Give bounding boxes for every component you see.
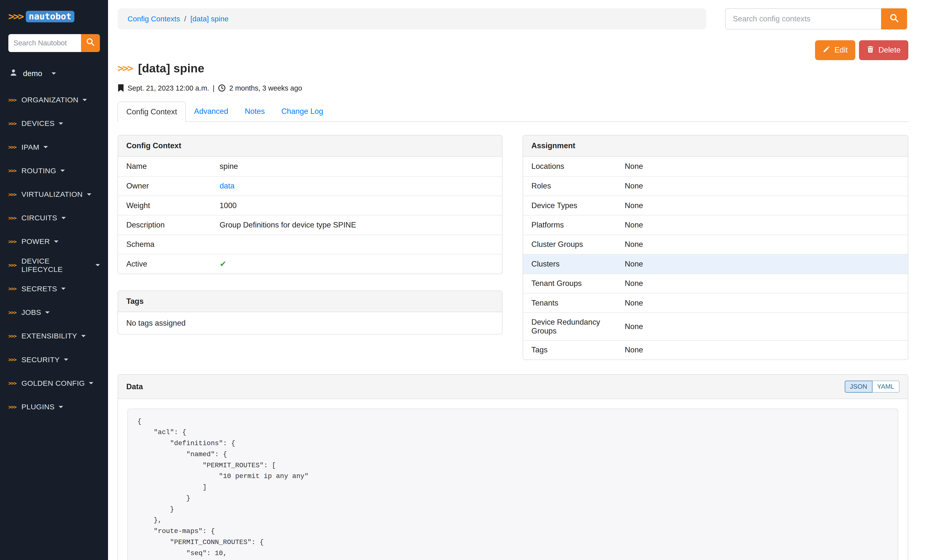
sidebar-item-virtualization[interactable]: >>>VIRTUALIZATION	[0, 183, 108, 206]
format-yaml-button[interactable]: YAML	[873, 380, 900, 392]
chevrons-icon: >>>	[8, 97, 16, 103]
table-row-tenant-groups: Tenant GroupsNone	[523, 274, 908, 293]
row-value: None	[625, 201, 899, 210]
sidebar-item-organization[interactable]: >>>ORGANIZATION	[0, 88, 108, 112]
table-row-clusters: ClustersNone	[523, 254, 908, 273]
app-window: >>> nautobot demo >>>ORGANIZATION >>>DEV…	[0, 0, 926, 560]
row-value: spine	[219, 162, 494, 171]
breadcrumb-link-current[interactable]: [data] spine	[191, 15, 228, 23]
row-label: Name	[126, 162, 219, 171]
sidebar-item-label: EXTENSIBILITY	[21, 332, 77, 340]
sidebar-item-label: ROUTING	[21, 167, 56, 175]
table-row-platforms: PlatformsNone	[523, 215, 908, 234]
user-menu[interactable]: demo	[0, 68, 108, 79]
object-meta: Sept. 21, 2023 12:00 a.m. | 2 months, 3 …	[118, 84, 908, 92]
tab-advanced[interactable]: Advanced	[186, 101, 236, 121]
sidebar-item-extensibility[interactable]: >>>EXTENSIBILITY	[0, 324, 108, 348]
row-label: Weight	[126, 201, 219, 210]
chevron-down-icon	[61, 217, 66, 219]
sidebar-item-label: IPAM	[21, 143, 39, 151]
sidebar-search-button[interactable]	[81, 34, 100, 52]
sidebar-item-label: VIRTUALIZATION	[21, 190, 83, 199]
sidebar-item-circuits[interactable]: >>>CIRCUITS	[0, 206, 108, 230]
chevron-down-icon	[44, 146, 48, 148]
sidebar-item-power[interactable]: >>>POWER	[0, 230, 108, 253]
panel-title: Config Context	[126, 141, 181, 150]
search-icon	[86, 38, 95, 48]
trash-icon	[867, 45, 874, 55]
row-value: 1000	[219, 201, 494, 210]
config-context-panel: Config Context Name spine Owner data Wei…	[118, 135, 502, 274]
tab-notes[interactable]: Notes	[236, 101, 273, 121]
breadcrumb-separator: /	[184, 15, 186, 23]
object-search-input[interactable]	[725, 8, 881, 30]
object-search-button[interactable]	[881, 8, 907, 30]
sidebar-item-label: PLUGINS	[21, 403, 54, 411]
tags-panel: Tags No tags assigned	[118, 291, 502, 335]
table-row-cluster-groups: Cluster GroupsNone	[523, 235, 908, 254]
row-value: None	[625, 299, 899, 308]
chevron-down-icon	[82, 99, 87, 101]
chevrons-icon: >>>	[8, 404, 16, 410]
sidebar-item-jobs[interactable]: >>>JOBS	[0, 300, 108, 324]
sidebar-item-label: POWER	[21, 237, 50, 246]
object-search	[725, 8, 907, 30]
sidebar-item-ipam[interactable]: >>>IPAM	[0, 135, 108, 159]
delete-button-label: Delete	[878, 46, 900, 54]
assignment-panel: Assignment LocationsNone RolesNone Devic…	[523, 135, 908, 360]
bookmark-icon	[118, 84, 124, 92]
clock-icon	[218, 84, 225, 92]
panel-title: Tags	[126, 297, 144, 306]
panel-header: Assignment	[523, 136, 908, 157]
chevron-down-icon	[51, 72, 56, 75]
row-label: Owner	[126, 181, 219, 190]
nautobot-logo[interactable]: >>> nautobot	[0, 0, 108, 29]
chevron-down-icon	[54, 240, 58, 243]
table-row-device-types: Device TypesNone	[523, 196, 908, 215]
owner-link[interactable]: data	[219, 181, 235, 190]
chevrons-icon: >>>	[8, 215, 16, 221]
chevrons-icon: >>>	[8, 262, 16, 268]
sidebar-item-security[interactable]: >>>SECURITY	[0, 348, 108, 371]
sidebar-nav: >>>ORGANIZATION >>>DEVICES >>>IPAM >>>RO…	[0, 88, 108, 419]
sidebar-item-secrets[interactable]: >>>SECRETS	[0, 277, 108, 300]
delete-button[interactable]: Delete	[859, 40, 908, 60]
sidebar-item-device-lifecycle[interactable]: >>>DEVICE LIFECYCLE	[0, 254, 108, 277]
chevrons-icon: >>>	[8, 121, 16, 127]
chevrons-icon: >>>	[8, 168, 16, 174]
left-column: Config Context Name spine Owner data Wei…	[118, 135, 502, 335]
table-row-tags: TagsNone	[523, 340, 908, 359]
chevron-down-icon	[89, 382, 93, 384]
table-row-owner: Owner data	[118, 176, 502, 196]
chevron-down-icon	[61, 169, 65, 172]
sidebar: >>> nautobot demo >>>ORGANIZATION >>>DEV…	[0, 0, 108, 560]
format-json-button[interactable]: JSON	[845, 380, 873, 392]
tags-empty-text: No tags assigned	[118, 312, 502, 334]
sidebar-item-routing[interactable]: >>>ROUTING	[0, 159, 108, 183]
sidebar-item-golden-config[interactable]: >>>GOLDEN CONFIG	[0, 371, 108, 395]
chevrons-icon: >>>	[8, 356, 16, 363]
sidebar-search-input[interactable]	[8, 34, 81, 52]
table-row-schema: Schema	[118, 235, 502, 254]
chevron-down-icon	[81, 335, 86, 337]
meta-separator: |	[213, 84, 215, 92]
panel-title: Assignment	[531, 141, 575, 150]
tab-change-log[interactable]: Change Log	[273, 101, 331, 121]
breadcrumb-link-config-contexts[interactable]: Config Contexts	[128, 15, 180, 23]
format-toggle: JSON YAML	[845, 380, 900, 392]
row-label: Locations	[531, 162, 625, 171]
title-chevrons-icon: >>>	[118, 62, 132, 74]
row-label: Tenants	[531, 299, 625, 308]
sidebar-item-devices[interactable]: >>>DEVICES	[0, 112, 108, 135]
row-value: None	[625, 322, 899, 331]
chevrons-icon: >>>	[8, 286, 16, 292]
active-check-icon: ✔	[219, 259, 226, 269]
panel-title: Data	[126, 382, 143, 391]
sidebar-item-plugins[interactable]: >>>PLUGINS	[0, 395, 108, 419]
edit-button[interactable]: Edit	[815, 40, 856, 60]
row-value: None	[625, 260, 899, 269]
page-title-text: [data] spine	[138, 61, 204, 75]
chevrons-icon: >>>	[8, 238, 16, 245]
panel-header: Config Context	[118, 136, 502, 157]
tab-config-context[interactable]: Config Context	[118, 101, 186, 122]
